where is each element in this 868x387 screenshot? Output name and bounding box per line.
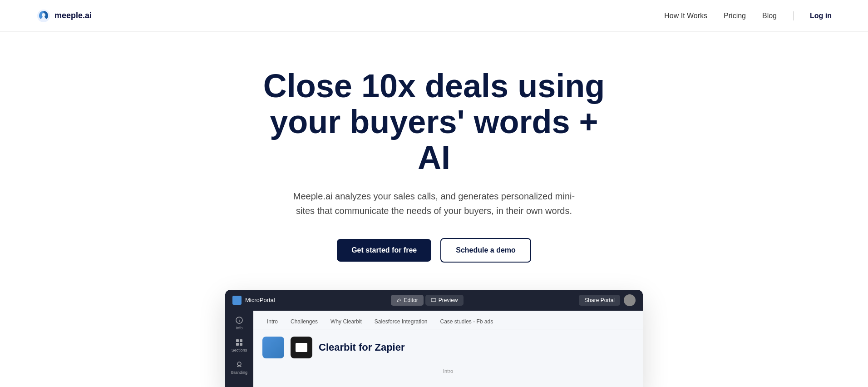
info-icon: i [235, 316, 243, 324]
user-avatar [624, 294, 636, 306]
window-title: MicroPortal [245, 297, 275, 303]
svg-text:i: i [239, 318, 240, 323]
sidebar-branding-label: Branding [231, 370, 247, 375]
portal-section-label: Intro [253, 366, 643, 377]
navbar: meeple.ai How It Works Pricing Blog Log … [0, 0, 868, 32]
app-icon-black [291, 337, 312, 358]
sidebar-sections[interactable]: Sections [232, 338, 247, 352]
app-icon-black-inner [296, 343, 307, 352]
nav-links: How It Works Pricing Blog Log in [664, 11, 832, 20]
tab-why-clearbit[interactable]: Why Clearbit [324, 315, 368, 329]
nav-divider [793, 11, 794, 20]
product-preview: MicroPortal Editor Preview [225, 290, 643, 387]
svg-rect-6 [240, 339, 242, 342]
get-started-button[interactable]: Get started for free [337, 239, 431, 262]
svg-rect-2 [431, 298, 436, 302]
schedule-demo-button[interactable]: Schedule a demo [440, 238, 531, 263]
portal-app-title: Clearbit for Zapier [319, 342, 404, 353]
sidebar-branding[interactable]: Branding [231, 361, 247, 375]
sidebar-info[interactable]: i Info [235, 316, 243, 330]
preview-icon [431, 298, 436, 303]
preview-tab-button[interactable]: Preview [425, 295, 464, 306]
hero-subtitle: Meeple.ai analyzes your sales calls, and… [289, 189, 579, 218]
tab-case-studies[interactable]: Case studies - Fb ads [434, 315, 500, 329]
portal-sidebar: i Info Sections [225, 311, 253, 387]
nav-login[interactable]: Log in [810, 12, 832, 20]
sidebar-info-label: Info [236, 326, 242, 330]
portal-body: i Info Sections [225, 311, 643, 387]
sections-icon [235, 338, 243, 347]
tab-intro[interactable]: Intro [261, 315, 284, 329]
logo-text: meeple.ai [54, 11, 92, 20]
portal-content-area: Clearbit for Zapier [253, 329, 643, 366]
hero-section: Close 10x deals using your buyers' words… [0, 32, 868, 387]
nav-pricing[interactable]: Pricing [724, 12, 746, 20]
svg-point-9 [237, 362, 241, 366]
hero-title: Close 10x deals using your buyers' words… [252, 68, 616, 176]
logo-icon [36, 9, 51, 23]
editor-icon [396, 298, 402, 303]
tab-challenges[interactable]: Challenges [284, 315, 324, 329]
nav-blog[interactable]: Blog [762, 12, 777, 20]
share-portal-button[interactable]: Share Portal [579, 295, 620, 306]
app-icon-blue [262, 337, 284, 358]
micro-portal-window: MicroPortal Editor Preview [225, 290, 643, 387]
window-logo-area: MicroPortal [232, 296, 275, 305]
svg-point-1 [42, 13, 45, 17]
portal-tabs: Intro Challenges Why Clearbit Salesforce… [253, 311, 643, 329]
window-logo-square [232, 296, 242, 305]
editor-tab-button[interactable]: Editor [391, 295, 424, 306]
tab-salesforce[interactable]: Salesforce Integration [368, 315, 434, 329]
svg-rect-8 [240, 343, 242, 346]
logo[interactable]: meeple.ai [36, 9, 92, 23]
hero-buttons: Get started for free Schedule a demo [337, 238, 531, 263]
window-tab-buttons: Editor Preview [391, 295, 464, 306]
window-right-controls: Share Portal [579, 294, 636, 306]
portal-main: Intro Challenges Why Clearbit Salesforce… [253, 311, 643, 387]
window-topbar: MicroPortal Editor Preview [225, 290, 643, 311]
sidebar-sections-label: Sections [232, 348, 247, 352]
nav-how-it-works[interactable]: How It Works [664, 12, 707, 20]
branding-icon [235, 361, 243, 369]
svg-rect-7 [236, 343, 239, 346]
svg-rect-5 [236, 339, 239, 342]
